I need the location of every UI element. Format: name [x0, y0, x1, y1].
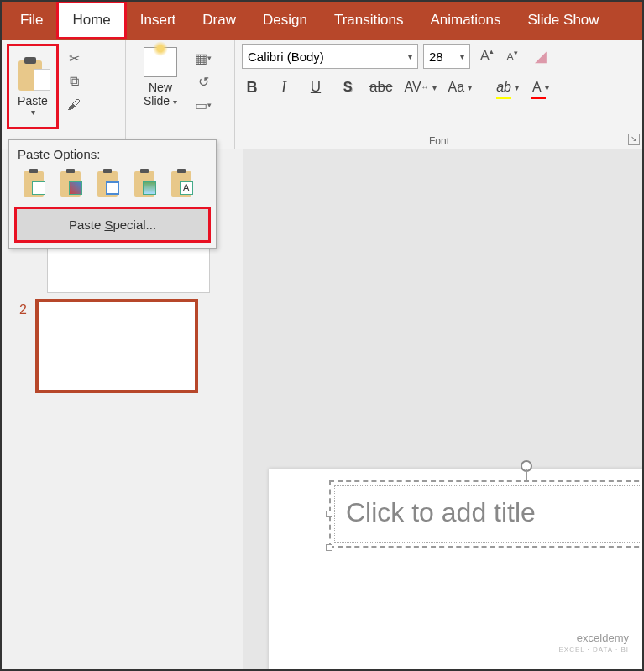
paste-use-destination-theme[interactable] — [18, 168, 50, 200]
ribbon: Paste ▾ ✂ ⧉ 🖌 NewSlide ▾ ▦▾ ↺ ▭▾ — [0, 40, 644, 149]
slide-thumbnail-row: 2 — [0, 292, 243, 400]
paste-keep-source-formatting[interactable] — [55, 168, 86, 200]
tab-slideshow[interactable]: Slide Show — [515, 3, 613, 37]
paste-text-only[interactable] — [165, 168, 197, 200]
highlight-color-button[interactable]: ab ▾ — [496, 77, 519, 97]
slide-thumbnail-1-partial[interactable] — [47, 248, 210, 293]
format-painter-button[interactable]: 🖌 — [64, 96, 84, 114]
paste-options-menu: Paste Options: Paste Special... — [8, 139, 217, 249]
group-label-font: Font — [242, 134, 636, 147]
slide-number: 2 — [10, 299, 27, 317]
tab-animations[interactable]: Animations — [416, 3, 514, 37]
clipboard-icon — [18, 57, 47, 91]
clear-formatting-button[interactable]: ◢ — [529, 45, 552, 68]
chevron-down-icon: ▾ — [408, 52, 412, 61]
font-dialog-launcher[interactable]: ↘ — [628, 134, 640, 145]
paste-label: Paste — [18, 94, 48, 107]
tab-file[interactable]: File — [7, 3, 56, 37]
divider — [484, 78, 484, 97]
watermark-brand: exceldemy — [558, 632, 629, 644]
copy-button[interactable]: ⧉ — [64, 72, 84, 91]
tab-design[interactable]: Design — [249, 3, 321, 37]
tab-transitions[interactable]: Transitions — [321, 3, 417, 37]
watermark: exceldemy EXCEL · DATA · BI — [558, 632, 629, 656]
paste-as-picture[interactable] — [128, 168, 160, 200]
layout-button[interactable]: ▦▾ — [193, 49, 213, 67]
slide-canvas[interactable]: Click to add title — [243, 149, 644, 671]
paste-embed[interactable] — [92, 168, 123, 200]
new-slide-button[interactable]: NewSlide ▾ — [133, 44, 188, 109]
chevron-down-icon: ▾ — [31, 107, 35, 117]
new-slide-label: NewSlide ▾ — [144, 81, 177, 109]
chevron-down-icon: ▾ — [460, 52, 464, 61]
cut-button[interactable]: ✂ — [64, 49, 84, 67]
title-placeholder-text: Click to add title — [346, 497, 536, 528]
group-clipboard: Paste ▾ ✂ ⧉ 🖌 — [0, 40, 126, 149]
increase-font-button[interactable]: A▴ — [475, 45, 499, 68]
bold-button[interactable]: B — [242, 77, 262, 97]
tab-insert[interactable]: Insert — [127, 3, 190, 37]
italic-button[interactable]: I — [274, 77, 294, 97]
subtitle-placeholder[interactable] — [329, 558, 644, 558]
underline-button[interactable]: U — [306, 77, 326, 97]
slide-thumbnail-2[interactable] — [35, 299, 198, 393]
paste-options-header: Paste Options: — [9, 140, 216, 168]
ribbon-tab-bar: File Home Insert Draw Design Transitions… — [0, 0, 644, 40]
section-button[interactable]: ▭▾ — [193, 96, 213, 114]
font-family-select[interactable]: Calibri (Body) ▾ — [242, 44, 418, 69]
new-slide-icon — [144, 47, 177, 77]
font-color-button[interactable]: A ▾ — [531, 77, 551, 97]
font-size-value: 28 — [429, 50, 443, 64]
tab-draw[interactable]: Draw — [189, 3, 249, 37]
font-family-value: Calibri (Body) — [248, 50, 324, 64]
group-slides: NewSlide ▾ ▦▾ ↺ ▭▾ — [126, 40, 235, 149]
change-case-button[interactable]: Aa▾ — [448, 77, 473, 97]
title-placeholder[interactable]: Click to add title — [329, 480, 644, 548]
watermark-sub: EXCEL · DATA · BI — [558, 644, 629, 656]
tab-home[interactable]: Home — [56, 1, 126, 39]
font-size-select[interactable]: 28 ▾ — [423, 44, 470, 69]
strikethrough-button[interactable]: abc — [369, 77, 392, 97]
paste-button[interactable]: Paste ▾ — [7, 44, 59, 129]
group-font: Calibri (Body) ▾ 28 ▾ A▴ A▾ ◢ B I U S ab… — [235, 40, 644, 149]
decrease-font-button[interactable]: A▾ — [500, 45, 524, 68]
paste-special-menu-item[interactable]: Paste Special... — [14, 207, 211, 243]
resize-handle-left[interactable] — [326, 511, 332, 517]
shadow-button[interactable]: S — [338, 77, 358, 97]
resize-handle-bl[interactable] — [326, 544, 332, 551]
reset-button[interactable]: ↺ — [193, 72, 213, 91]
character-spacing-button[interactable]: AV↔▾ — [404, 77, 436, 97]
